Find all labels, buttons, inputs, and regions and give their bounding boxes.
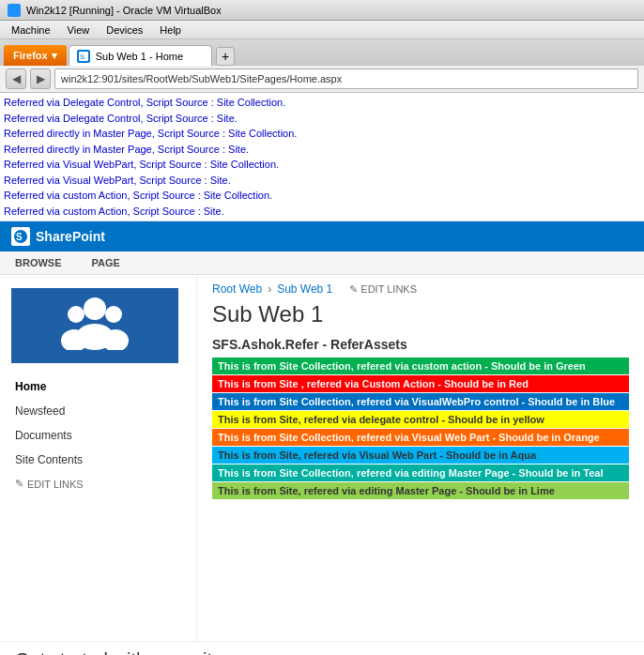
refer-item-6: This is from Site Collection, refered vi…	[212, 465, 629, 481]
svg-point-4	[84, 297, 106, 320]
infobar-line-2: Referred directly in Master Page, Script…	[4, 126, 640, 142]
refer-item-3: This is from Site, refered via delegate …	[212, 411, 629, 428]
back-icon: ◀	[12, 72, 21, 85]
firefox-dropdown-icon: ▾	[52, 50, 57, 62]
firefox-label: Firefox	[13, 50, 48, 61]
tabbar: Firefox ▾ S Sub Web 1 - Home +	[0, 39, 644, 66]
url-input[interactable]	[54, 69, 638, 89]
breadcrumb-root[interactable]: Root Web	[212, 282, 262, 296]
new-tab-button[interactable]: +	[216, 47, 235, 66]
refer-items-list: This is from Site Collection, refered vi…	[212, 358, 629, 499]
sidebar-logo	[11, 288, 178, 363]
virtualbox-icon	[8, 4, 21, 17]
svg-point-5	[68, 306, 84, 323]
breadcrumb-separator: ›	[268, 282, 271, 296]
sharepoint-icon: S	[11, 227, 30, 246]
sidebar-item-documents[interactable]: Documents	[0, 423, 196, 448]
content-area: Root Web › Sub Web 1 ✎ EDIT LINKS Sub We…	[197, 275, 644, 641]
menubar: Machine View Devices Help	[0, 21, 644, 39]
new-tab-icon: +	[222, 49, 229, 64]
sidebar-item-newsfeed[interactable]: Newsfeed	[0, 399, 196, 423]
titlebar-text: Win2k12 [Running] - Oracle VM VirtualBox	[26, 5, 222, 16]
get-started-title: Get started with your site	[15, 649, 222, 655]
sharepoint-brand: SharePoint	[36, 229, 105, 244]
svg-point-6	[105, 306, 122, 323]
main-layout: Home Newsfeed Documents Site Contents ✎ …	[0, 275, 644, 641]
edit-links-label: EDIT LINKS	[360, 283, 417, 295]
breadcrumb: Root Web › Sub Web 1 ✎ EDIT LINKS	[212, 282, 629, 296]
get-started-section: Get started with your site REMOVE THIS	[0, 641, 644, 655]
svg-text:S: S	[80, 53, 84, 61]
ribbon-tab-browse[interactable]: BROWSE	[9, 253, 68, 272]
menu-devices[interactable]: Devices	[99, 23, 150, 38]
sharepoint-header: S SharePoint	[0, 221, 644, 251]
menu-machine[interactable]: Machine	[4, 23, 58, 38]
sidebar-item-site-contents[interactable]: Site Contents	[0, 448, 196, 472]
infobar-line-0: Referred via Delegate Control, Script So…	[4, 95, 640, 111]
people-icon	[57, 294, 132, 358]
infobar-line-4: Referred via Visual WebPart, Script Sour…	[4, 157, 640, 173]
pencil-icon-breadcrumb: ✎	[349, 283, 358, 296]
infobar-line-7: Referred via custom Action, Script Sourc…	[4, 204, 640, 220]
forward-button[interactable]: ▶	[30, 69, 51, 89]
menu-help[interactable]: Help	[152, 23, 189, 38]
active-tab[interactable]: S Sub Web 1 - Home	[69, 45, 212, 66]
firefox-button[interactable]: Firefox ▾	[4, 45, 67, 66]
refer-item-2: This is from Site Collection, refered vi…	[212, 393, 629, 410]
edit-links-btn[interactable]: ✎ EDIT LINKS	[349, 283, 417, 296]
infobar: Referred via Delegate Control, Script So…	[0, 93, 644, 221]
infobar-line-5: Referred via Visual WebPart, Script Sour…	[4, 173, 640, 189]
refer-item-7: This is from Site, refered via editing M…	[212, 482, 629, 499]
sidebar-edit-links-label: EDIT LINKS	[27, 479, 84, 490]
breadcrumb-current: Sub Web 1	[277, 282, 332, 296]
tab-label: Sub Web 1 - Home	[96, 51, 183, 62]
tab-favicon: S	[77, 50, 90, 63]
sidebar-edit-links[interactable]: ✎ EDIT LINKS	[0, 472, 196, 495]
pencil-icon: ✎	[15, 478, 23, 490]
addressbar: ◀ ▶	[0, 66, 644, 92]
refer-item-1: This is from Site , refered via Custom A…	[212, 375, 629, 392]
refer-item-0: This is from Site Collection, refered vi…	[212, 358, 629, 374]
ribbon-tab-page[interactable]: PAGE	[86, 253, 126, 272]
ribbon: BROWSE PAGE	[0, 251, 644, 275]
refer-item-5: This is from Site, refered via Visual We…	[212, 447, 629, 464]
refer-assets-title: SFS.Ashok.Refer - ReferAssets	[212, 337, 629, 352]
browser-chrome: Firefox ▾ S Sub Web 1 - Home + ◀ ▶	[0, 39, 644, 93]
forward-icon: ▶	[37, 72, 45, 85]
sidebar: Home Newsfeed Documents Site Contents ✎ …	[0, 275, 197, 641]
back-button[interactable]: ◀	[6, 69, 26, 89]
refer-item-4: This is from Site Collection, refered vi…	[212, 429, 629, 446]
page-title: Sub Web 1	[212, 301, 629, 328]
menu-view[interactable]: View	[60, 23, 98, 38]
titlebar: Win2k12 [Running] - Oracle VM VirtualBox	[0, 0, 644, 21]
get-started-header: Get started with your site REMOVE THIS	[15, 649, 629, 655]
infobar-line-3: Referred directly in Master Page, Script…	[4, 142, 640, 158]
sidebar-item-home[interactable]: Home	[0, 374, 196, 399]
svg-text:S: S	[16, 232, 23, 242]
infobar-line-6: Referred via custom Action, Script Sourc…	[4, 188, 640, 204]
infobar-line-1: Referred via Delegate Control, Script So…	[4, 111, 640, 127]
